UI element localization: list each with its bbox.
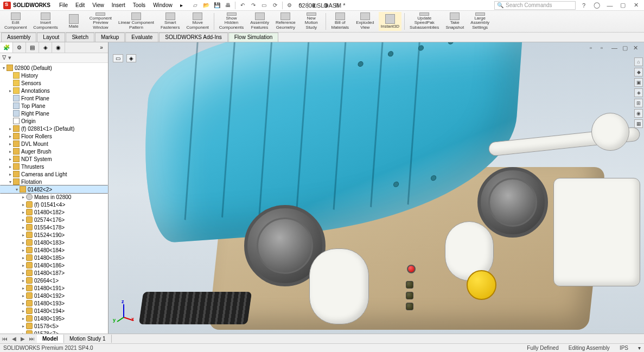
- tree-item[interactable]: ▸01480<183>: [0, 239, 108, 246]
- ribbon-button[interactable]: TakeSnapshot: [443, 12, 466, 31]
- tree-item[interactable]: ▸01480<191>: [0, 284, 108, 292]
- redo-icon[interactable]: ↷: [250, 2, 257, 9]
- tab-assembly[interactable]: Assembly: [1, 33, 36, 42]
- restore-button[interactable]: ▢: [619, 2, 627, 9]
- breadcrumb-icon[interactable]: ▭: [113, 54, 123, 62]
- tab-flow-simulation[interactable]: Flow Simulation: [228, 33, 279, 42]
- ribbon-button[interactable]: UpdateSpeedPakSubassemblies: [407, 12, 441, 31]
- tree-item[interactable]: ▸01480<193>: [0, 299, 108, 307]
- expand-toggle-icon[interactable]: ▸: [8, 149, 13, 154]
- expand-toggle-icon[interactable]: ▸: [21, 195, 26, 200]
- expand-toggle-icon[interactable]: ▸: [21, 301, 26, 306]
- expand-toggle-icon[interactable]: ▸: [8, 126, 13, 131]
- ribbon-button[interactable]: Bill ofMaterials: [329, 12, 352, 31]
- expand-toggle-icon[interactable]: ▸: [8, 134, 13, 139]
- tab-markup[interactable]: Markup: [95, 33, 125, 42]
- expand-toggle-icon[interactable]: ▸: [21, 263, 26, 268]
- expand-toggle-icon[interactable]: ▸: [21, 278, 26, 283]
- menu-arrow-icon[interactable]: ▸: [177, 1, 186, 9]
- tree-root[interactable]: ▾ 02800 (Default): [0, 64, 108, 72]
- tree-item[interactable]: ▸(f) 01541<4>: [0, 201, 108, 208]
- tree-item[interactable]: ▸Cameras and Light: [0, 170, 108, 178]
- breadcrumb-icon[interactable]: ◈: [126, 54, 136, 62]
- graphics-viewport[interactable]: ▭ ◈ ⤢ ⊡ ↶ ◫ ⬚ ◉ 👁 🎨 ⛅ ⚙ ▫ ▫ — ▢ ✕ ⌂ ◆ ▣ …: [109, 42, 644, 334]
- open-icon[interactable]: 📂: [202, 2, 210, 9]
- ribbon-button[interactable]: LargeAssemblySettings: [468, 12, 492, 31]
- tab-solidworks-add-ins[interactable]: SOLIDWORKS Add-Ins: [159, 33, 227, 42]
- tree-item[interactable]: ▸02574<176>: [0, 216, 108, 223]
- ribbon-button[interactable]: ComponentPreviewWindow: [87, 12, 114, 31]
- tree-item[interactable]: ▸02664<1>: [0, 277, 108, 284]
- filter-icon[interactable]: ∇: [2, 54, 6, 61]
- expand-toggle-icon[interactable]: ▸: [21, 217, 26, 222]
- expand-toggle-icon[interactable]: ▸: [21, 255, 26, 260]
- bottom-tab-motion-study-1[interactable]: Motion Study 1: [64, 335, 112, 343]
- tree-item[interactable]: ▸01480<182>: [0, 208, 108, 216]
- tree-item[interactable]: ▸01480<186>: [0, 261, 108, 269]
- tree-item[interactable]: ▸01480<184>: [0, 246, 108, 254]
- bottom-tab-model[interactable]: Model: [37, 335, 64, 343]
- tree-item[interactable]: ▾01482<2>: [0, 185, 108, 193]
- tab-nav-last-icon[interactable]: ⏭: [27, 336, 37, 342]
- expand-toggle-icon[interactable]: ▾: [8, 180, 13, 184]
- new-icon[interactable]: ▱: [192, 2, 199, 9]
- ribbon-button[interactable]: InsertComponents: [31, 12, 60, 31]
- tree-item[interactable]: ▸(f) 02881<1> (Default): [0, 125, 108, 132]
- status-extra-icon[interactable]: ▾: [638, 345, 641, 351]
- ribbon-button[interactable]: Mate: [62, 12, 85, 31]
- expand-toggle-icon[interactable]: ▸: [21, 286, 26, 291]
- tab-evaluate[interactable]: Evaluate: [125, 33, 158, 42]
- tab-sketch[interactable]: Sketch: [66, 33, 94, 42]
- tree-item[interactable]: ▸01524<190>: [0, 231, 108, 239]
- save-icon[interactable]: 💾: [213, 2, 221, 9]
- panel-overflow-icon[interactable]: »: [95, 42, 108, 53]
- ribbon-button[interactable]: ShowHiddenComponents: [217, 12, 246, 31]
- ribbon-button[interactable]: NewMotionStudy: [300, 12, 323, 31]
- tree-item[interactable]: ▸Thrusters: [0, 163, 108, 170]
- tree-item[interactable]: Right Plane: [0, 110, 108, 117]
- expand-toggle-icon[interactable]: ▸: [21, 202, 26, 207]
- expand-toggle-icon[interactable]: ▾: [1, 66, 7, 71]
- ribbon-button[interactable]: AssemblyFeatures: [248, 12, 271, 31]
- orientation-triad[interactable]: x y z: [113, 301, 135, 323]
- tree-item[interactable]: ▸Annotations: [0, 87, 108, 94]
- tree-item[interactable]: ▸Mates in 02800: [0, 193, 108, 201]
- ribbon-button[interactable]: MoveComponent: [184, 12, 211, 31]
- expand-toggle-icon[interactable]: ▾: [14, 187, 20, 192]
- rebuild-icon[interactable]: ⟳: [271, 2, 279, 9]
- tree-item[interactable]: ▸01480<194>: [0, 307, 108, 315]
- ribbon-button[interactable]: SmartFasteners: [158, 12, 182, 31]
- tree-item[interactable]: ▸NDT System: [0, 155, 108, 163]
- expand-toggle-icon[interactable]: ▸: [21, 233, 26, 238]
- expand-toggle-icon[interactable]: ▸: [21, 293, 26, 298]
- tree-item[interactable]: ▾Flotation: [0, 178, 108, 185]
- ribbon-button[interactable]: EditComponent: [2, 12, 29, 31]
- tree-item[interactable]: ▸Auger Brush: [0, 148, 108, 155]
- tree-item[interactable]: ▸01480<185>: [0, 254, 108, 261]
- menu-view[interactable]: View: [89, 1, 107, 9]
- expand-toggle-icon[interactable]: ▸: [21, 248, 26, 253]
- menu-file[interactable]: File: [56, 1, 71, 9]
- tree-item[interactable]: ▸01578<5>: [0, 322, 108, 330]
- expand-toggle-icon[interactable]: ▸: [8, 157, 13, 162]
- tree-item[interactable]: ▸01480<192>: [0, 292, 108, 299]
- select-icon[interactable]: ▭: [260, 2, 268, 9]
- help-icon[interactable]: ?: [580, 2, 588, 9]
- close-button[interactable]: ✕: [632, 2, 640, 9]
- ribbon-button[interactable]: ReferenceGeometry: [273, 12, 298, 31]
- tree-item[interactable]: Origin: [0, 117, 108, 125]
- tab-layout[interactable]: Layout: [37, 33, 65, 42]
- feature-tree[interactable]: ▾ 02800 (Default) HistorySensors▸Annotat…: [0, 63, 108, 334]
- dimxpert-tab-icon[interactable]: ◈: [39, 42, 52, 53]
- tab-nav-next-icon[interactable]: ▶: [18, 336, 27, 342]
- tree-item[interactable]: ▸01578<7>: [0, 330, 108, 334]
- menu-insert[interactable]: Insert: [109, 1, 129, 9]
- expand-toggle-icon[interactable]: ▸: [21, 331, 26, 334]
- expand-toggle-icon[interactable]: ▸: [8, 88, 13, 93]
- tab-nav-prev-icon[interactable]: ◀: [10, 336, 18, 342]
- menu-window[interactable]: Window: [150, 1, 176, 9]
- display-tab-icon[interactable]: ◉: [52, 42, 65, 53]
- menu-tools[interactable]: Tools: [130, 1, 149, 9]
- expand-toggle-icon[interactable]: ▸: [21, 271, 26, 276]
- feature-manager-tab-icon[interactable]: 🧩: [0, 42, 13, 53]
